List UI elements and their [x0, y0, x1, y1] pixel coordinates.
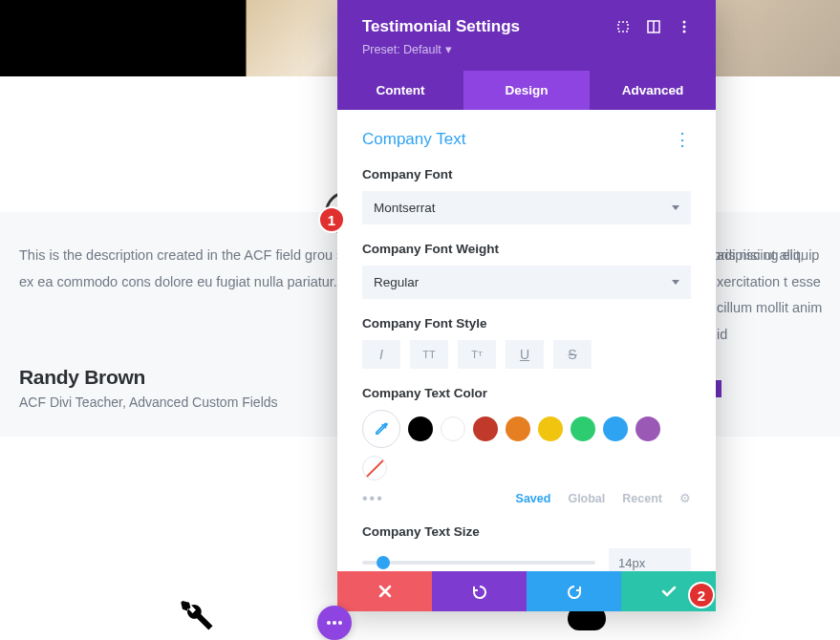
swatch-white[interactable] — [441, 416, 465, 441]
style-label: Company Font Style — [362, 316, 691, 331]
color-tab-saved[interactable]: Saved — [516, 492, 551, 505]
slider-thumb[interactable] — [377, 556, 390, 569]
italic-button[interactable]: I — [362, 340, 400, 369]
panel-body: Company Text ⋮ Company Font Montserrat C… — [337, 110, 716, 572]
columns-icon[interactable] — [647, 20, 660, 33]
page-black-strip — [0, 0, 247, 76]
annotation-badge-1: 1 — [318, 206, 345, 233]
svg-point-8 — [338, 621, 342, 625]
redo-button[interactable] — [527, 571, 621, 611]
panel-tabs: Content Design Advanced — [337, 71, 716, 110]
undo-button[interactable] — [432, 571, 527, 611]
row-drag-handle[interactable] — [716, 380, 722, 397]
uppercase-button[interactable]: TT — [410, 340, 448, 369]
expand-icon[interactable] — [616, 20, 630, 33]
size-slider[interactable] — [362, 561, 595, 565]
chevron-down-icon: ▾ — [445, 42, 452, 56]
panel-header: Testimonial Settings Preset: Default ▾ — [337, 0, 716, 71]
panel-footer — [337, 571, 716, 611]
swatch-black[interactable] — [408, 416, 433, 441]
panel-title: Testimonial Settings — [362, 17, 520, 36]
swatch-red[interactable] — [473, 416, 498, 441]
strikethrough-button[interactable]: S — [553, 340, 592, 369]
svg-point-7 — [333, 621, 336, 625]
smallcaps-button[interactable]: TT — [458, 340, 496, 369]
size-label: Company Text Size — [362, 524, 691, 539]
weight-select[interactable]: Regular — [362, 266, 691, 299]
swatch-orange[interactable] — [506, 416, 530, 441]
svg-point-3 — [683, 21, 686, 24]
svg-point-6 — [327, 621, 331, 625]
color-label: Company Text Color — [362, 386, 691, 400]
swatch-green[interactable] — [571, 416, 595, 441]
tab-advanced[interactable]: Advanced — [590, 71, 716, 110]
tab-content[interactable]: Content — [337, 71, 463, 110]
swatch-none[interactable] — [362, 456, 387, 480]
style-buttons: I TT TT U S — [362, 340, 691, 369]
weight-label: Company Font Weight — [362, 242, 691, 256]
eyedropper-button[interactable] — [362, 410, 400, 448]
svg-point-4 — [683, 26, 686, 29]
color-tab-recent[interactable]: Recent — [622, 492, 662, 505]
preset-label: Preset: Default — [362, 43, 442, 56]
tab-design[interactable]: Design — [463, 71, 590, 110]
color-settings-gear-icon[interactable]: ⚙ — [679, 491, 691, 505]
section-title[interactable]: Company Text — [362, 130, 465, 149]
settings-panel: Testimonial Settings Preset: Default ▾ C… — [337, 0, 716, 611]
size-input[interactable]: 14px — [609, 548, 691, 572]
swatch-purple[interactable] — [635, 416, 660, 441]
section-menu-icon[interactable]: ⋮ — [674, 129, 691, 150]
kebab-menu-icon[interactable] — [678, 20, 691, 33]
svg-rect-0 — [618, 22, 628, 32]
color-tab-global[interactable]: Global — [568, 492, 605, 505]
color-swatches — [362, 410, 691, 480]
preset-dropdown[interactable]: Preset: Default ▾ — [362, 42, 452, 56]
font-label: Company Font — [362, 167, 691, 181]
swatch-yellow[interactable] — [538, 416, 563, 441]
font-select[interactable]: Montserrat — [362, 191, 691, 224]
svg-point-5 — [683, 31, 686, 33]
cancel-button[interactable] — [337, 571, 432, 611]
wrench-icon — [176, 594, 216, 640]
color-more-icon[interactable]: ••• — [362, 490, 384, 507]
underline-button[interactable]: U — [506, 340, 544, 369]
page-fab-menu[interactable] — [317, 606, 352, 640]
swatch-blue[interactable] — [603, 416, 628, 441]
annotation-badge-2: 2 — [688, 582, 715, 608]
